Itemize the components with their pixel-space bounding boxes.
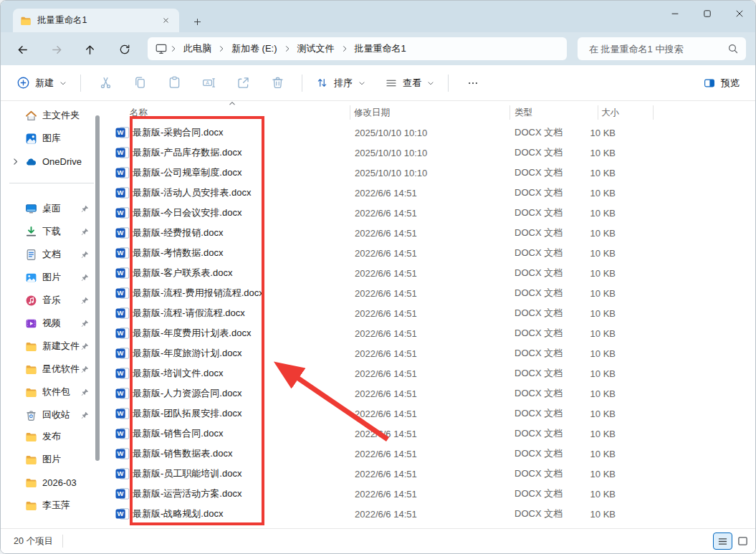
sidebar-item[interactable]: 音乐 [1,289,108,312]
sidebar-item[interactable]: 桌面 [1,197,108,220]
column-header-date[interactable]: 修改日期 [354,107,390,119]
share-icon[interactable] [231,71,255,95]
tab-close-icon[interactable] [158,13,173,29]
sidebar-item[interactable]: 图片 [1,266,108,289]
sidebar-item[interactable]: 图片 [1,448,108,471]
refresh-icon[interactable] [113,38,136,61]
file-name: 最新版-年度旅游计划.docx [133,347,241,360]
preview-button-label: 预览 [721,77,740,90]
videos-icon [25,317,37,330]
breadcrumb-item[interactable]: 此电脑 [179,40,216,57]
sidebar-item[interactable]: 文档 [1,243,108,266]
expand-chevron-icon[interactable] [10,156,20,166]
sort-ascending-icon[interactable] [227,99,237,108]
column-header-size[interactable]: 大小 [601,107,619,119]
delete-icon[interactable] [265,71,290,95]
file-date-modified: 2022/6/6 14:51 [355,509,417,520]
sidebar-item[interactable]: 发布 [1,425,108,448]
explorer-tab[interactable]: 批量重命名1 [13,9,179,32]
view-button[interactable]: 查看 [379,72,441,94]
file-row[interactable]: W 最新版-年度旅游计划.docx 2022/6/6 14:51 DOCX 文档… [108,343,755,363]
sidebar-item[interactable]: 图库 [1,127,108,150]
word-file-icon: W [115,167,130,178]
file-size: 10 KB [552,469,616,479]
minimize-icon[interactable] [659,1,691,27]
close-icon[interactable] [723,1,755,27]
sidebar-item[interactable]: 视频 [1,312,108,335]
column-divider[interactable] [653,105,654,120]
column-divider[interactable] [598,105,598,120]
sidebar-item[interactable]: 2026-03 [1,471,108,494]
sidebar-item[interactable]: 主文件夹 [1,104,108,127]
sidebar-divider [9,183,94,183]
search-box[interactable] [578,37,746,60]
file-row[interactable]: W 最新版-战略规划.docx 2022/6/6 14:51 DOCX 文档 1… [108,504,755,524]
large-icons-view-button[interactable] [735,534,750,548]
maximize-icon[interactable] [691,1,723,27]
downloads-icon [25,226,37,238]
new-tab-button[interactable] [188,13,206,30]
file-row[interactable]: W 最新版-产品库存数据.docx 2025/10/10 10:10 DOCX … [108,143,755,163]
file-name: 最新版-公司规章制度.docx [133,166,241,179]
file-row[interactable]: W 最新版-经费报销.docx 2022/6/6 14:51 DOCX 文档 1… [108,223,755,243]
file-row[interactable]: W 最新版-年度费用计划表.docx 2022/6/6 14:51 DOCX 文… [108,323,755,343]
file-row[interactable]: W 最新版-考情数据.docx 2022/6/6 14:51 DOCX 文档 1… [108,243,755,263]
rename-icon[interactable]: A [196,71,221,95]
paste-icon[interactable] [162,71,186,95]
file-row[interactable]: W 最新版-团队拓展安排.docx 2022/6/6 14:51 DOCX 文档… [108,403,755,424]
sort-button[interactable]: 排序 [310,72,372,94]
file-row[interactable]: W 最新版-流程-请假流程.docx 2022/6/6 14:51 DOCX 文… [108,303,755,323]
breadcrumb-item[interactable]: 新加卷 (E:) [227,40,282,57]
search-icon[interactable] [727,43,739,54]
column-divider[interactable] [350,105,350,120]
more-options-icon[interactable] [461,71,485,95]
file-size: 10 KB [552,168,616,178]
word-file-icon: W [115,127,130,138]
file-row[interactable]: W 最新版-员工职能培训.docx 2022/6/6 14:51 DOCX 文档… [108,464,755,484]
details-view-button[interactable] [713,532,732,550]
file-date-modified: 2022/6/6 14:51 [355,388,417,399]
preview-button[interactable]: 预览 [697,72,745,94]
file-row[interactable]: W 最新版-客户联系表.docx 2022/6/6 14:51 DOCX 文档 … [108,263,755,283]
back-icon[interactable] [11,38,34,61]
sidebar-scrollbar[interactable] [95,115,100,461]
file-row[interactable]: W 最新版-今日会议安排.docx 2022/6/6 14:51 DOCX 文档… [108,203,755,223]
documents-icon [25,249,37,261]
file-row[interactable]: W 最新版-流程-费用报销流程.docx 2022/6/6 14:51 DOCX… [108,283,755,303]
file-row[interactable]: W 最新版-公司规章制度.docx 2025/10/10 10:10 DOCX … [108,163,755,183]
sidebar-item[interactable]: 星优软件 [1,358,108,381]
column-header-type[interactable]: 类型 [515,107,532,119]
sidebar-item[interactable]: 新建文件: [1,335,108,358]
forward-icon[interactable] [45,38,68,61]
breadcrumb-item[interactable]: 测试文件 [293,40,339,57]
file-row[interactable]: W 最新版-活动人员安排表.docx 2022/6/6 14:51 DOCX 文… [108,183,755,203]
address-bar[interactable]: 此电脑新加卷 (E:)测试文件批量重命名1 [148,37,567,60]
file-row[interactable]: W 最新版-运营活动方案.docx 2022/6/6 14:51 DOCX 文档… [108,484,755,504]
column-header-name[interactable]: 名称 [130,107,148,119]
sidebar-item[interactable]: 软件包 [1,381,108,403]
breadcrumb-item[interactable]: 批量重命名1 [350,40,411,57]
file-row[interactable]: W 最新版-培训文件.docx 2022/6/6 14:51 DOCX 文档 1… [108,363,755,383]
sidebar-item[interactable]: 下载 [1,220,108,243]
cut-icon[interactable] [93,71,118,95]
word-file-icon: W [115,488,130,500]
copy-icon[interactable] [128,71,152,95]
up-icon[interactable] [78,38,101,61]
file-row[interactable]: W 最新版-人力资源合同.docx 2022/6/6 14:51 DOCX 文档… [108,383,755,403]
folder-icon [25,386,37,398]
word-file-icon: W [115,287,130,299]
new-button[interactable]: 新建 [11,72,73,94]
sidebar-item[interactable]: 李玉萍 [1,494,108,517]
sidebar-item[interactable]: OneDrive [1,150,108,173]
sidebar-item-label: 新建文件: [42,340,80,353]
file-date-modified: 2022/6/6 14:51 [355,208,417,219]
file-row[interactable]: W 最新版-销售合同.docx 2022/6/6 14:51 DOCX 文档 1… [108,424,755,444]
sidebar-item-label: 视频 [42,317,61,330]
search-input[interactable] [588,43,727,55]
sidebar-item[interactable]: 回收站 [1,403,108,426]
column-divider[interactable] [509,105,510,120]
file-size: 10 KB [552,248,616,259]
file-row[interactable]: W 最新版-销售数据表.docx 2022/6/6 14:51 DOCX 文档 … [108,444,755,464]
file-row[interactable]: W 最新版-采购合同.docx 2025/10/10 10:10 DOCX 文档… [108,123,755,143]
file-size: 10 KB [552,208,616,219]
